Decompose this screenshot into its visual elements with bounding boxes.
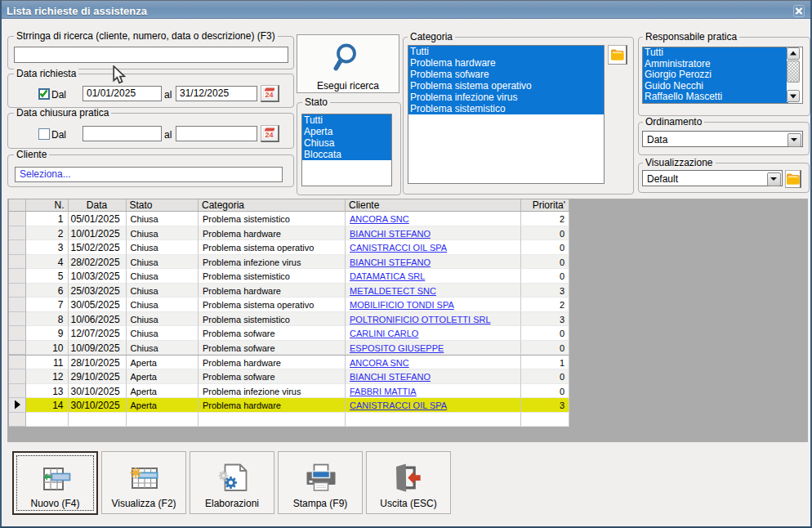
svg-text:24: 24 <box>265 131 273 139</box>
svg-text:24: 24 <box>265 91 273 99</box>
